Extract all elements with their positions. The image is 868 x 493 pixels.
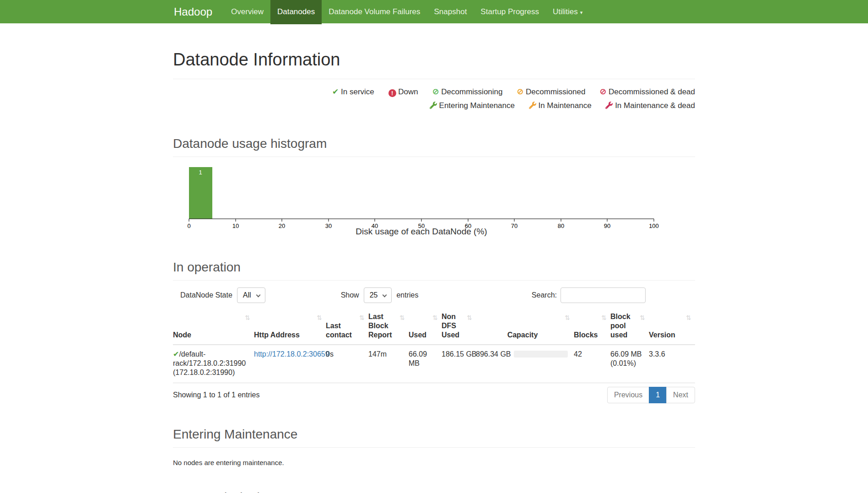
sort-icon: ⇅ xyxy=(467,313,472,322)
legend-in-maintenance: In Maintenance xyxy=(529,99,592,113)
divider xyxy=(173,447,695,448)
legend-down: ! Down xyxy=(388,85,418,99)
datanode-state-label: DataNode State xyxy=(180,291,232,299)
table-row: ✔/default-rack/172.18.0.2:31990 (172.18.… xyxy=(173,345,695,383)
svg-text:30: 30 xyxy=(325,222,332,229)
chevron-down-icon: ▾ xyxy=(580,10,583,15)
datanode-state-select[interactable]: All xyxy=(237,287,265,303)
nav-item-snapshot[interactable]: Snapshot xyxy=(427,0,474,24)
ban-circle-icon: ⊘ xyxy=(599,87,606,96)
cell-http-address: http://172.18.0.2:30659 xyxy=(254,345,326,383)
svg-text:20: 20 xyxy=(279,222,285,229)
datanodes-table: ⇅Node ⇅Http Address ⇅Last contact ⇅Last … xyxy=(173,310,695,383)
svg-text:90: 90 xyxy=(604,222,610,229)
sort-icon: ⇅ xyxy=(245,313,250,322)
page-title: Datanode Information xyxy=(173,50,695,79)
column-header-node[interactable]: ⇅Node xyxy=(173,310,254,345)
cell-blocks: 42 xyxy=(574,345,610,383)
legend-label: Decommissioning xyxy=(441,87,502,96)
wrench-icon xyxy=(529,102,536,109)
section-title-in-operation: In operation xyxy=(173,260,695,280)
page-size-select[interactable]: 25 xyxy=(364,287,392,303)
pagination-page-1-button[interactable]: 1 xyxy=(649,387,667,403)
legend-label: Decommissioned xyxy=(526,87,585,96)
section-title-entering-maintenance: Entering Maintenance xyxy=(173,427,695,447)
ban-circle-icon: ⊘ xyxy=(432,87,439,96)
table-header-row: ⇅Node ⇅Http Address ⇅Last contact ⇅Last … xyxy=(173,310,695,345)
wrench-icon xyxy=(430,102,437,109)
capacity-value: 896.34 GB xyxy=(476,350,511,358)
legend-label: Entering Maintenance xyxy=(439,101,515,110)
histogram-bar-count: 1 xyxy=(199,169,202,176)
cell-version: 3.3.6 xyxy=(649,345,695,383)
column-header-version[interactable]: ⇅Version xyxy=(649,310,695,345)
nav-item-overview[interactable]: Overview xyxy=(224,0,270,24)
sort-icon: ⇅ xyxy=(601,313,607,322)
column-header-non-dfs-used[interactable]: ⇅Non DFS Used xyxy=(442,310,476,345)
wrench-icon xyxy=(605,102,613,109)
cell-last-contact: 0s xyxy=(326,345,368,383)
http-address-link[interactable]: http://172.18.0.2:30659 xyxy=(254,350,329,358)
column-header-used[interactable]: ⇅Used xyxy=(409,310,442,345)
cell-used: 66.09 MB xyxy=(409,345,442,383)
svg-text:0: 0 xyxy=(187,222,190,229)
column-header-last-contact[interactable]: ⇅Last contact xyxy=(326,310,368,345)
nav-item-datanode-volume-failures[interactable]: Datanode Volume Failures xyxy=(322,0,427,24)
check-icon: ✔ xyxy=(332,87,339,96)
nav-item-utilities[interactable]: Utilities▾ xyxy=(546,0,589,24)
legend-label: In Maintenance & dead xyxy=(615,101,695,110)
ban-circle-icon: ⊘ xyxy=(517,87,523,96)
table-controls: DataNode State All Show 25 entries Searc… xyxy=(180,287,695,303)
section-title-decommissioning: Decommissioning xyxy=(173,490,695,493)
nav-item-startup-progress[interactable]: Startup Progress xyxy=(474,0,546,24)
legend-label: In service xyxy=(341,87,374,96)
column-header-last-block-report[interactable]: ⇅Last Block Report xyxy=(368,310,409,345)
sort-icon: ⇅ xyxy=(359,313,365,322)
capacity-progress-bar xyxy=(514,351,568,358)
x-axis-label: Disk usage of each DataNode (%) xyxy=(356,227,487,236)
pagination-next-button[interactable]: Next xyxy=(666,387,695,403)
column-header-http-address[interactable]: ⇅Http Address xyxy=(254,310,326,345)
table-info-text: Showing 1 to 1 of 1 entries xyxy=(173,391,259,399)
nav-item-datanodes[interactable]: Datanodes xyxy=(270,0,322,24)
datanode-state-value: All xyxy=(243,291,251,299)
datanode-usage-histogram: 1 0 10 20 30 40 50 60 70 80 90 100 Disk … xyxy=(173,161,695,236)
pagination-previous-button[interactable]: Previous xyxy=(607,387,649,403)
sort-icon: ⇅ xyxy=(432,313,438,322)
legend-decommissioned-dead: ⊘ Decommissioned & dead xyxy=(599,85,695,99)
divider xyxy=(173,280,695,281)
divider xyxy=(173,79,695,79)
column-header-capacity[interactable]: ⇅Capacity xyxy=(476,310,574,345)
divider xyxy=(173,157,695,157)
section-title-usage-histogram: Datanode usage histogram xyxy=(173,136,695,157)
search-input[interactable] xyxy=(561,287,646,303)
exclamation-circle-icon: ! xyxy=(388,89,396,97)
column-header-blocks[interactable]: ⇅Blocks xyxy=(574,310,610,345)
svg-text:10: 10 xyxy=(232,222,239,229)
cell-capacity: 896.34 GB xyxy=(476,345,574,383)
sort-icon: ⇅ xyxy=(317,313,322,322)
column-header-block-pool-used[interactable]: ⇅Block pool used xyxy=(610,310,649,345)
entering-maintenance-empty-message: No nodes are entering maintenance. xyxy=(173,459,695,466)
cell-node: ✔/default-rack/172.18.0.2:31990 (172.18.… xyxy=(173,345,254,383)
sort-icon: ⇅ xyxy=(640,313,645,322)
sort-icon: ⇅ xyxy=(686,313,691,322)
svg-text:100: 100 xyxy=(649,222,659,229)
legend-label: Decommissioned & dead xyxy=(609,87,695,96)
legend-label: Down xyxy=(398,87,418,96)
chevron-down-icon xyxy=(383,293,387,298)
top-navbar: Hadoop Overview Datanodes Datanode Volum… xyxy=(0,0,868,23)
legend-decommissioning: ⊘ Decommissioning xyxy=(432,85,503,99)
cell-block-pool-used: 66.09 MB (0.01%) xyxy=(610,345,649,383)
svg-text:80: 80 xyxy=(558,222,564,229)
status-legend: ✔ In service ! Down ⊘ Decommissioning ⊘ … xyxy=(173,85,695,113)
legend-label: In Maintenance xyxy=(538,101,591,110)
search-label: Search: xyxy=(532,291,557,299)
check-icon: ✔ xyxy=(173,350,179,358)
cell-last-block-report: 147m xyxy=(368,345,409,383)
svg-text:70: 70 xyxy=(511,222,518,229)
legend-in-maintenance-dead: In Maintenance & dead xyxy=(605,99,695,113)
nav-item-utilities-label: Utilities xyxy=(553,7,578,16)
cell-non-dfs-used: 186.15 GB xyxy=(442,345,476,383)
brand-hadoop[interactable]: Hadoop xyxy=(173,0,224,24)
